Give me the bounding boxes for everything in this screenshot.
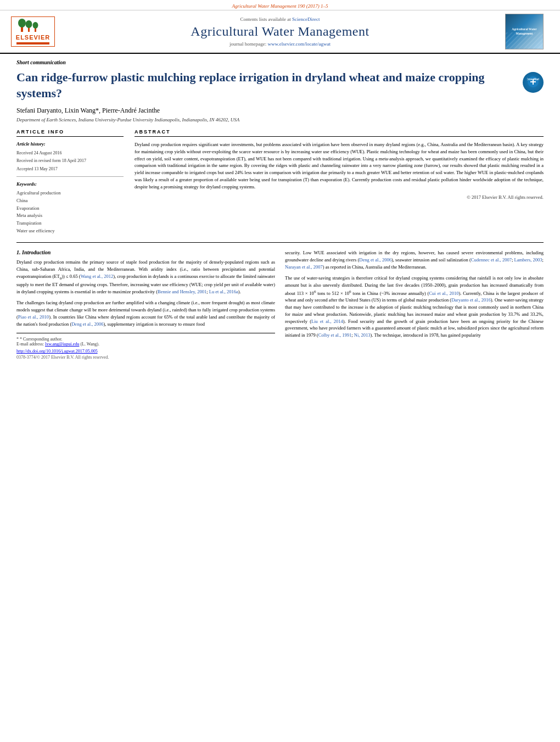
accepted-date: Accepted 13 May 2017 xyxy=(16,166,124,172)
keyword-3: Evaporation xyxy=(16,205,124,212)
keyword-6: Water use efficiency xyxy=(16,228,124,235)
elsevier-tree-icon xyxy=(18,19,48,34)
ref-liu2014[interactable]: Liu et al., 2014 xyxy=(311,319,343,324)
abstract-column: ABSTRACT Dryland crop production require… xyxy=(135,129,544,236)
email-link[interactable]: lxw.ang@iupui.edu xyxy=(45,342,79,347)
footnote-section: * * Corresponding author. E-mail address… xyxy=(16,333,275,360)
article-type: Short communication xyxy=(16,59,544,65)
journal-ref-text: Agricultural Water Management 190 (2017)… xyxy=(232,3,328,9)
article-content: Short communication Can ridge-furrow pla… xyxy=(0,54,560,365)
ref-lu2016a[interactable]: Lu et al., 2016a xyxy=(209,289,238,294)
svg-point-3 xyxy=(25,20,32,28)
authors: Stefani Daryanto, Lixin Wang*, Pierre-An… xyxy=(16,107,544,115)
journal-center: Contents lists available at ScienceDirec… xyxy=(55,16,505,47)
crossmark-icon: CrossMark xyxy=(527,76,539,88)
ref-bennie2001[interactable]: Bennie and Hensley, 2001 xyxy=(158,289,206,294)
ref-cudennec2007[interactable]: Cudennec et al., 2007 xyxy=(471,257,512,263)
section1-title: 1. Introduction xyxy=(16,249,275,255)
contents-link: Contents lists available at ScienceDirec… xyxy=(55,16,505,22)
received-revised-date: Received in revised form 18 April 2017 xyxy=(16,158,124,164)
ref-narayan2007[interactable]: Narayan et al., 2007 xyxy=(285,264,323,270)
copyright-line: © 2017 Elsevier B.V. All rights reserved… xyxy=(135,194,544,200)
received-date: Received 24 August 2016 xyxy=(16,150,124,156)
keyword-5: Transpiration xyxy=(16,220,124,227)
svg-point-1 xyxy=(18,19,26,27)
article-info-column: ARTICLE INFO Article history: Received 2… xyxy=(16,129,124,236)
info-divider xyxy=(16,176,124,177)
section1-paragraph1: Dryland crop production remains the prim… xyxy=(16,259,275,295)
page: Agricultural Water Management 190 (2017)… xyxy=(0,0,560,742)
journal-homepage: journal homepage: www.elsevier.com/locat… xyxy=(55,41,505,47)
keyword-2: China xyxy=(16,198,124,204)
svg-point-5 xyxy=(32,22,38,29)
email-note: E-mail address: lxw.ang@iupui.edu (L. Wa… xyxy=(16,342,275,347)
body-section: 1. Introduction Dryland crop production … xyxy=(16,249,544,360)
article-title: Can ridge-furrow plastic mulching replac… xyxy=(16,70,523,101)
article-title-row: Can ridge-furrow plastic mulching replac… xyxy=(16,70,544,101)
article-info-header: ARTICLE INFO xyxy=(16,129,124,137)
keyword-1: Agricultural production xyxy=(16,190,124,197)
ref-wang2012[interactable]: Wang et al., 2012 xyxy=(81,274,114,279)
abstract-text: Dryland crop production requires signifi… xyxy=(135,141,544,190)
crossmark-text: CrossMark xyxy=(527,76,539,90)
ref-deng2006b[interactable]: Deng et al., 2006 xyxy=(359,257,391,263)
section1-paragraph4: The use of water-saving strategies is th… xyxy=(285,275,544,339)
section1-paragraph2: The challenges facing dryland crop produ… xyxy=(16,299,275,327)
affiliation: Department of Earth Sciences, Indiana Un… xyxy=(16,117,544,122)
sciencedirect-link[interactable]: ScienceDirect xyxy=(292,16,320,22)
history-label: Article history: xyxy=(16,141,124,147)
corresponding-author-note: * * Corresponding author. xyxy=(16,337,275,342)
thumb-text: Agricultural Water Management xyxy=(508,27,541,35)
ref-lambers2003[interactable]: Lambers, 2003 xyxy=(514,257,542,263)
elsevier-bar xyxy=(16,42,49,44)
journal-header: ELSEVIER Contents lists available at Sci… xyxy=(0,10,560,54)
ref-deng2006a[interactable]: Deng et al., 2006 xyxy=(71,321,103,327)
keywords-label: Keywords: xyxy=(16,181,124,187)
abstract-header: ABSTRACT xyxy=(135,129,544,137)
doi-link[interactable]: http://dx.doi.org/10.1016/j.agwat.2017.0… xyxy=(16,349,98,354)
doi-line: http://dx.doi.org/10.1016/j.agwat.2017.0… xyxy=(16,349,275,354)
section-divider xyxy=(16,242,544,243)
journal-title: Agricultural Water Management xyxy=(55,24,505,39)
body-right-col: security. Low WUE associated with irriga… xyxy=(285,249,544,360)
journal-reference: Agricultural Water Management 190 (2017)… xyxy=(0,0,560,10)
ref-ni2013[interactable]: Ni, 2013 xyxy=(354,332,371,338)
ref-cui2010[interactable]: Cui et al., 2010 xyxy=(429,291,458,296)
elsevier-logo: ELSEVIER xyxy=(11,16,55,47)
issn-line: 0378-3774/© 2017 Elsevier B.V. All right… xyxy=(16,355,275,360)
crossmark-badge[interactable]: CrossMark xyxy=(523,72,544,93)
body-left-col: 1. Introduction Dryland crop production … xyxy=(16,249,275,360)
elsevier-wordmark: ELSEVIER xyxy=(16,34,50,41)
homepage-url[interactable]: www.elsevier.com/locate/agwat xyxy=(268,41,331,47)
journal-thumbnail: Agricultural Water Management xyxy=(505,14,544,49)
ref-piao2010[interactable]: Piao et al., 2010 xyxy=(18,314,49,320)
article-info-abstract-section: ARTICLE INFO Article history: Received 2… xyxy=(16,129,544,236)
ref-daryanto2016[interactable]: Daryanto et al., 2016 xyxy=(451,297,491,303)
section1-paragraph3: security. Low WUE associated with irriga… xyxy=(285,249,544,270)
keyword-4: Meta analysis xyxy=(16,213,124,219)
ref-colby1991[interactable]: Colby et al., 1991 xyxy=(318,332,352,338)
